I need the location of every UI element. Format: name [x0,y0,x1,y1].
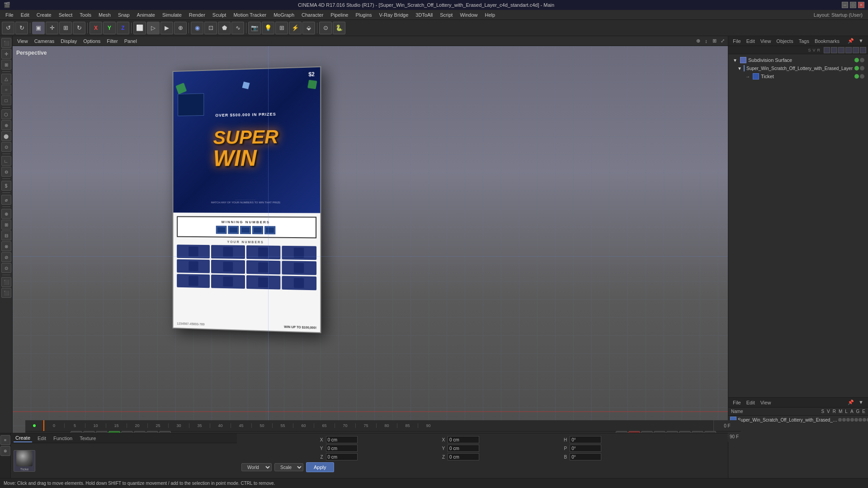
left-tool-14[interactable]: ⊟ [1,230,11,240]
effector-button[interactable]: ⚡ [289,22,302,34]
tree-item-superwin[interactable]: ▼ Super_Win_Scratch_Off_Lottery_with_Era… [730,64,866,72]
coord-world-select[interactable]: World Object [241,463,272,471]
visibility-dot-2[interactable] [854,66,859,70]
left-tool-5[interactable]: ⊕ [1,120,11,130]
mat-tab-edit[interactable]: Edit [36,435,48,442]
rigging-button[interactable]: ⊙ [319,22,332,34]
attr-dot-5[interactable] [854,418,858,422]
vp-icon-fullscreen[interactable]: ⤢ [719,38,726,45]
mat-tab-texture[interactable]: Texture [78,435,98,442]
left-tool-9[interactable]: ⊖ [1,167,11,177]
visibility-dot-1[interactable] [854,58,859,62]
spline-mode-button[interactable]: ∿ [231,22,244,34]
light-button[interactable]: 💡 [262,22,274,34]
scene-file-menu[interactable]: File [731,38,743,44]
left-tool-6[interactable]: ⬤ [1,131,11,141]
close-button[interactable]: ✕ [858,2,864,8]
mat-tab-create[interactable]: Create [14,434,32,442]
vp-menu-options[interactable]: Options [80,38,103,45]
menu-file[interactable]: File [2,11,17,19]
left-tool-12[interactable]: ⊕ [1,209,11,219]
material-thumbnail-ticket[interactable]: Ticke [14,450,35,472]
scene-view-menu[interactable]: View [759,38,773,44]
attr-dot-2[interactable] [842,418,846,422]
menu-select[interactable]: Select [55,11,76,19]
menu-vray[interactable]: V-Ray Bridge [376,11,412,19]
vp-menu-view[interactable]: View [14,38,31,45]
menu-3dtoall[interactable]: 3DToAll [412,11,436,19]
attr-file-menu[interactable]: File [731,400,743,405]
render-dot-1[interactable] [860,58,864,62]
scale-tool-button[interactable]: ⊞ [59,22,72,34]
window-controls[interactable]: ─ □ ✕ [842,2,864,8]
vp-menu-cameras[interactable]: Cameras [32,38,57,45]
left-tool-17[interactable]: ⊙ [1,263,11,273]
attr-dot-4[interactable] [850,418,854,422]
left-select-btn[interactable]: ⬛ [1,38,11,48]
left-tool-2[interactable]: ○ [1,84,11,94]
menu-help[interactable]: Help [481,11,499,19]
x-axis-button[interactable]: X [90,22,102,34]
z-axis-button[interactable]: Z [117,22,129,34]
menu-tools[interactable]: Tools [76,11,95,19]
attr-panel-pin[interactable]: 📌 [846,399,856,405]
object-mode-button[interactable]: ◉ [191,22,203,34]
menu-motion-tracker[interactable]: Motion Tracker [230,11,270,19]
tree-item-subdivision[interactable]: ▼ Subdivision Surface [730,56,866,64]
vp-icon-2[interactable]: ↕ [703,38,710,45]
coord-input-y[interactable] [326,445,358,452]
render-viewport-button[interactable]: ▶ [160,22,173,34]
left-tool-18[interactable]: ⬛ [1,277,11,287]
left-tool-11[interactable]: ⌀ [1,195,11,205]
viewport-3d[interactable]: Perspective $2 OVER $500.000 IN PRIZES [13,46,728,466]
apply-button[interactable]: Apply [306,462,334,472]
attr-dot-3[interactable] [846,418,850,422]
menu-animate[interactable]: Animate [133,11,159,19]
python-button[interactable]: 🐍 [333,22,345,34]
edge-mode-button[interactable]: ⊡ [204,22,217,34]
coord-input-sz[interactable] [448,453,479,460]
attr-dot-6[interactable] [859,418,862,422]
scene-tags-menu[interactable]: Tags [797,38,811,44]
deformer-button[interactable]: ⬙ [302,22,315,34]
coord-input-sx[interactable] [448,436,479,443]
menu-window[interactable]: Window [456,11,481,19]
menu-mesh[interactable]: Mesh [95,11,114,19]
left-tool-3[interactable]: □ [1,95,11,105]
menu-edit[interactable]: Edit [17,11,33,19]
redo-button[interactable]: ↻ [15,22,28,34]
menu-pipeline[interactable]: Pipeline [327,11,352,19]
vp-menu-panel[interactable]: Panel [122,38,140,45]
attr-panel-chevron[interactable]: ▼ [857,399,865,405]
left-tool-19[interactable]: ⬛ [1,288,11,298]
vp-menu-display[interactable]: Display [58,38,80,45]
left-tool-13[interactable]: ⊞ [1,220,11,230]
render-dot-2[interactable] [860,66,864,70]
left-tool-8[interactable]: ∟ [1,156,11,166]
render-all-button[interactable]: ⊕ [174,22,187,34]
camera-button[interactable]: 📷 [248,22,261,34]
polygon-mode-button[interactable]: ⬟ [218,22,231,34]
mat-tool-2[interactable]: ⊕ [0,446,10,456]
left-tool-7[interactable]: ⊙ [1,142,11,152]
scene-objects-menu[interactable]: Objects [774,38,795,44]
coord-input-b[interactable] [570,453,601,460]
vp-icon-1[interactable]: ⊕ [694,38,702,45]
menu-character[interactable]: Character [298,11,327,19]
left-tool-10[interactable]: $ [1,181,11,191]
scene-bookmarks-menu[interactable]: Bookmarks [813,38,841,44]
coord-scale-select[interactable]: Scale Size [274,463,303,471]
maximize-button[interactable]: □ [850,2,856,8]
scene-edit-menu[interactable]: Edit [745,38,757,44]
attr-edit-menu[interactable]: Edit [745,400,757,405]
move-tool-button[interactable]: ✛ [46,22,58,34]
render-button[interactable]: ▷ [147,22,160,34]
mat-tool-1[interactable]: ≡ [0,435,10,445]
scene-panel-chevron[interactable]: ▼ [857,38,865,44]
coord-input-sy[interactable] [448,445,479,452]
coord-input-h[interactable] [570,436,601,443]
scene-panel-pin[interactable]: 📌 [846,38,856,44]
attr-dot-1[interactable] [838,418,842,422]
left-tool-15[interactable]: ⊗ [1,241,11,251]
coord-input-z[interactable] [326,453,358,460]
